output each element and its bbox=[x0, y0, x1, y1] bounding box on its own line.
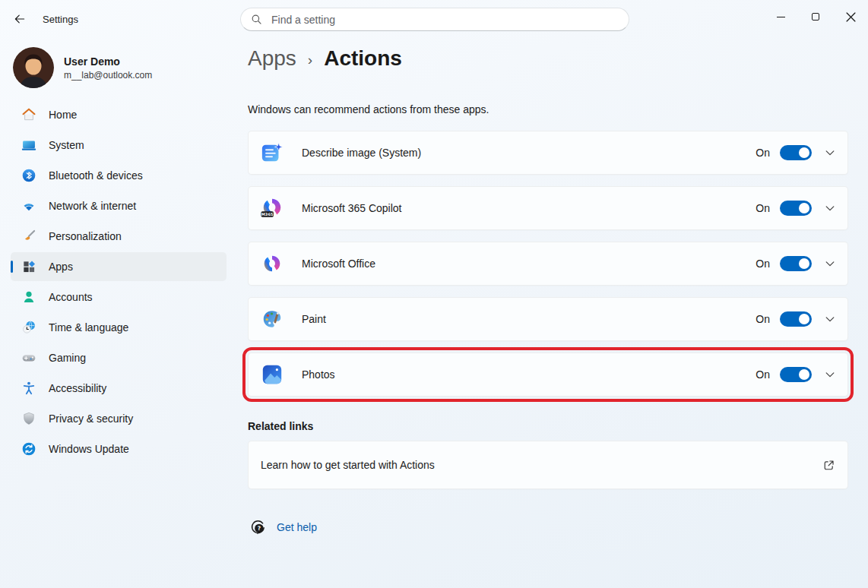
accessibility-icon bbox=[21, 381, 36, 396]
sidebar-item-apps[interactable]: Apps bbox=[11, 252, 227, 281]
sidebar-item-label: Personalization bbox=[49, 230, 122, 242]
home-icon bbox=[21, 107, 36, 122]
toggle-switch[interactable] bbox=[780, 367, 812, 382]
describe-image-icon bbox=[261, 141, 284, 164]
sidebar-item-gaming[interactable]: Gaming bbox=[11, 343, 227, 372]
toggle-state-label: On bbox=[756, 147, 770, 159]
sidebar-item-label: Home bbox=[49, 109, 77, 121]
photos-icon bbox=[261, 363, 284, 386]
sidebar-item-label: System bbox=[49, 139, 84, 151]
chevron-down-icon[interactable] bbox=[825, 258, 835, 269]
close-icon bbox=[846, 12, 856, 22]
toggle-knob bbox=[799, 369, 809, 380]
main-content: Apps › Actions Windows can recommend act… bbox=[248, 36, 848, 535]
toggle-switch[interactable] bbox=[780, 311, 812, 327]
gaming-icon bbox=[21, 350, 36, 365]
chevron-down-icon[interactable] bbox=[825, 147, 835, 158]
profile-text: User Demo m__lab@outlook.com bbox=[64, 55, 152, 81]
paint-icon bbox=[261, 308, 284, 330]
external-link-icon bbox=[822, 459, 835, 472]
app-name: Microsoft Office bbox=[302, 258, 375, 270]
toggle-state-label: On bbox=[756, 202, 770, 214]
related-links-heading: Related links bbox=[248, 420, 848, 432]
breadcrumb-apps[interactable]: Apps bbox=[248, 46, 296, 71]
breadcrumb: Apps › Actions bbox=[248, 46, 848, 71]
get-help-link[interactable]: Get help bbox=[277, 521, 317, 533]
search-icon bbox=[251, 14, 262, 25]
app-name: Photos bbox=[302, 368, 335, 381]
sidebar-item-accessibility[interactable]: Accessibility bbox=[11, 374, 227, 403]
app-row-paint[interactable]: Paint On bbox=[248, 297, 848, 341]
related-link-label: Learn how to get started with Actions bbox=[261, 459, 435, 471]
breadcrumb-separator-icon: › bbox=[308, 49, 312, 68]
chevron-down-icon[interactable] bbox=[825, 203, 835, 213]
toggle-knob bbox=[799, 314, 809, 324]
toggle-switch[interactable] bbox=[780, 145, 812, 160]
chevron-down-icon[interactable] bbox=[825, 314, 835, 324]
close-button[interactable] bbox=[833, 0, 868, 33]
toggle-knob bbox=[799, 258, 809, 269]
sidebar-nav: Home System Bluetooth & devices Network … bbox=[0, 93, 237, 463]
microsoft-office-icon bbox=[261, 252, 284, 275]
avatar bbox=[13, 47, 54, 88]
app-name: Paint bbox=[302, 313, 326, 325]
sidebar-item-accounts[interactable]: Accounts bbox=[11, 283, 227, 311]
sidebar-item-privacy-security[interactable]: Privacy & security bbox=[11, 404, 227, 433]
sidebar: User Demo m__lab@outlook.com Home System… bbox=[0, 36, 237, 588]
titlebar: Settings bbox=[0, 0, 868, 36]
profile-name: User Demo bbox=[64, 55, 152, 68]
toggle-switch[interactable] bbox=[780, 201, 812, 216]
sidebar-item-label: Privacy & security bbox=[49, 413, 133, 425]
accounts-icon bbox=[21, 289, 36, 305]
svg-text:M365: M365 bbox=[261, 212, 274, 217]
sidebar-item-system[interactable]: System bbox=[11, 131, 227, 160]
get-help-icon: ? bbox=[249, 519, 265, 535]
window-controls bbox=[763, 0, 868, 33]
search-box[interactable] bbox=[240, 8, 629, 31]
chevron-down-icon[interactable] bbox=[825, 369, 835, 380]
sidebar-item-label: Time & language bbox=[49, 321, 128, 334]
toggle-state-label: On bbox=[756, 258, 770, 270]
page-title: Actions bbox=[324, 46, 402, 71]
sidebar-item-personalization[interactable]: Personalization bbox=[11, 222, 227, 251]
bluetooth-icon bbox=[21, 168, 36, 183]
toggle-knob bbox=[799, 147, 809, 158]
toggle-state-label: On bbox=[756, 313, 770, 325]
personalization-icon bbox=[21, 229, 36, 244]
sidebar-item-label: Apps bbox=[49, 261, 73, 273]
get-help-row: ? Get help bbox=[248, 519, 848, 535]
app-row-m365-copilot[interactable]: M365 Microsoft 365 Copilot On bbox=[248, 186, 848, 230]
system-icon bbox=[21, 138, 36, 153]
app-row-microsoft-office[interactable]: Microsoft Office On bbox=[248, 242, 848, 286]
app-row-photos[interactable]: Photos On bbox=[248, 352, 848, 397]
sidebar-item-network-internet[interactable]: Network & internet bbox=[11, 191, 227, 220]
app-name: Describe image (System) bbox=[302, 147, 421, 159]
time-language-icon bbox=[21, 320, 36, 335]
sidebar-item-label: Gaming bbox=[49, 352, 86, 364]
sidebar-item-bluetooth-devices[interactable]: Bluetooth & devices bbox=[11, 161, 227, 190]
sidebar-item-home[interactable]: Home bbox=[11, 100, 227, 129]
apps-icon bbox=[21, 259, 36, 274]
sidebar-item-time-language[interactable]: Time & language bbox=[11, 313, 227, 342]
svg-text:?: ? bbox=[258, 525, 261, 532]
back-button[interactable] bbox=[11, 10, 29, 28]
sidebar-item-label: Accounts bbox=[49, 291, 93, 303]
search-input[interactable] bbox=[270, 13, 621, 27]
privacy-security-icon bbox=[21, 411, 36, 426]
network-icon bbox=[21, 198, 36, 213]
sidebar-item-label: Network & internet bbox=[49, 200, 136, 212]
related-link-row[interactable]: Learn how to get started with Actions bbox=[248, 441, 848, 489]
minimize-button[interactable] bbox=[763, 0, 798, 33]
app-row-describe-image[interactable]: Describe image (System) On bbox=[248, 131, 848, 175]
toggle-state-label: On bbox=[756, 368, 770, 381]
app-name: Microsoft 365 Copilot bbox=[302, 202, 402, 214]
windows-update-icon bbox=[21, 441, 36, 457]
user-profile[interactable]: User Demo m__lab@outlook.com bbox=[13, 47, 237, 88]
toggle-switch[interactable] bbox=[780, 256, 812, 271]
sidebar-item-windows-update[interactable]: Windows Update bbox=[11, 435, 227, 463]
maximize-icon bbox=[812, 13, 819, 21]
back-arrow-icon bbox=[14, 13, 26, 25]
sidebar-item-label: Accessibility bbox=[49, 382, 106, 394]
sidebar-item-label: Windows Update bbox=[49, 443, 129, 455]
maximize-button[interactable] bbox=[798, 0, 833, 33]
